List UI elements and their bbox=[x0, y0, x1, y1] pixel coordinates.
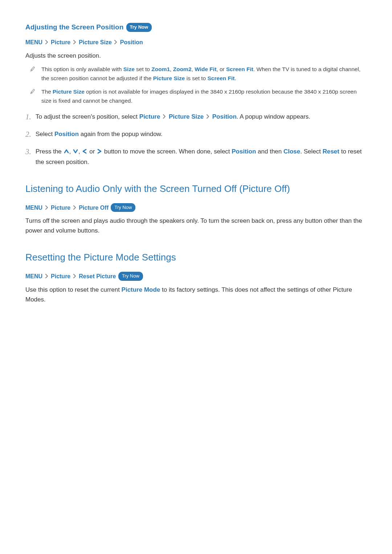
section-reset-picture: Resetting the Picture Mode Settings MENU… bbox=[25, 250, 367, 304]
note-item: The Picture Size option is not available… bbox=[25, 87, 367, 106]
arrow-down-icon bbox=[73, 147, 78, 157]
try-now-badge[interactable]: Try Now bbox=[118, 272, 143, 281]
link-text[interactable]: Zoom2 bbox=[173, 66, 192, 72]
chevron-right-icon bbox=[45, 38, 49, 47]
step-content: Select Position again from the popup win… bbox=[36, 128, 367, 139]
section-heading: Listening to Audio Only with the Screen … bbox=[25, 181, 367, 197]
note-item: This option is only available with Size … bbox=[25, 65, 367, 83]
chevron-right-icon bbox=[73, 38, 77, 47]
chevron-right-icon bbox=[73, 272, 77, 281]
arrow-right-icon bbox=[97, 147, 102, 157]
section-heading: Resetting the Picture Mode Settings bbox=[25, 250, 367, 265]
chevron-right-icon bbox=[163, 112, 166, 122]
breadcrumb-path: MENU Picture Picture Off Try Now bbox=[25, 203, 367, 213]
breadcrumb-item[interactable]: Picture bbox=[51, 273, 70, 279]
breadcrumb-item[interactable]: MENU bbox=[25, 39, 42, 45]
section-adjusting-screen-position: Adjusting the Screen Position Try Now ME… bbox=[25, 22, 367, 167]
chevron-right-icon bbox=[114, 38, 118, 47]
step-number: 2. bbox=[25, 128, 36, 141]
chevron-right-icon bbox=[206, 112, 210, 122]
intro-text: Adjusts the screen position. bbox=[25, 51, 367, 61]
step-content: Press the , , or button to move the scre… bbox=[36, 146, 367, 167]
link-text[interactable]: Picture Mode bbox=[122, 286, 160, 293]
step-number: 3. bbox=[25, 146, 36, 158]
step-content: To adjust the screen's position, select … bbox=[36, 111, 367, 122]
link-text[interactable]: Position bbox=[232, 148, 256, 155]
try-now-badge[interactable]: Try Now bbox=[111, 203, 135, 212]
breadcrumb-path: MENU Picture Picture Size Position bbox=[25, 38, 367, 47]
arrow-left-icon bbox=[82, 147, 87, 157]
step-number: 1. bbox=[25, 111, 36, 123]
section-heading: Adjusting the Screen Position Try Now bbox=[25, 22, 367, 33]
section-picture-off: Listening to Audio Only with the Screen … bbox=[25, 181, 367, 236]
body-text: Use this option to reset the current Pic… bbox=[25, 285, 367, 304]
notes-list: This option is only available with Size … bbox=[25, 65, 367, 105]
breadcrumb-item[interactable]: Picture bbox=[51, 205, 70, 211]
body-text: Turns off the screen and plays audio thr… bbox=[25, 216, 367, 235]
breadcrumb-item[interactable]: Reset Picture bbox=[79, 273, 116, 279]
link-text[interactable]: Position bbox=[54, 131, 79, 138]
steps-list: 1.To adjust the screen's position, selec… bbox=[25, 111, 367, 167]
breadcrumb-item[interactable]: MENU bbox=[25, 205, 42, 211]
step-item: 1.To adjust the screen's position, selec… bbox=[25, 111, 367, 123]
note-text: The Picture Size option is not available… bbox=[41, 87, 367, 106]
note-pencil-icon bbox=[30, 66, 35, 73]
link-text[interactable]: Picture Size bbox=[53, 89, 85, 95]
breadcrumb-item[interactable]: Picture bbox=[51, 39, 70, 45]
chevron-right-icon bbox=[45, 203, 49, 213]
breadcrumb-path: MENU Picture Reset Picture Try Now bbox=[25, 272, 367, 281]
link-text[interactable]: Position bbox=[212, 113, 237, 120]
link-text[interactable]: Picture Size bbox=[153, 75, 185, 81]
link-text[interactable]: Close bbox=[283, 148, 300, 155]
step-item: 2.Select Position again from the popup w… bbox=[25, 128, 367, 141]
note-text: This option is only available with Size … bbox=[41, 65, 367, 83]
note-pencil-icon bbox=[30, 89, 35, 95]
arrow-up-icon bbox=[64, 147, 69, 157]
chevron-right-icon bbox=[73, 203, 77, 213]
try-now-badge[interactable]: Try Now bbox=[126, 23, 152, 32]
chevron-right-icon bbox=[45, 272, 49, 281]
link-text[interactable]: Wide Fit bbox=[195, 66, 216, 72]
link-text[interactable]: Size bbox=[123, 66, 135, 72]
link-text[interactable]: Screen Fit bbox=[208, 75, 235, 81]
link-text[interactable]: Picture Size bbox=[169, 113, 204, 120]
step-item: 3.Press the , , or button to move the sc… bbox=[25, 146, 367, 167]
breadcrumb-item[interactable]: Picture Off bbox=[79, 205, 109, 211]
link-text[interactable]: Screen Fit bbox=[226, 66, 253, 72]
breadcrumb-item[interactable]: Picture Size bbox=[79, 39, 112, 45]
link-text[interactable]: Zoom1 bbox=[151, 66, 170, 72]
link-text[interactable]: Picture bbox=[139, 113, 160, 120]
link-text[interactable]: Reset bbox=[323, 148, 339, 155]
breadcrumb-item[interactable]: Position bbox=[120, 39, 143, 45]
heading-text: Adjusting the Screen Position bbox=[25, 23, 123, 31]
breadcrumb-item[interactable]: MENU bbox=[25, 273, 42, 279]
